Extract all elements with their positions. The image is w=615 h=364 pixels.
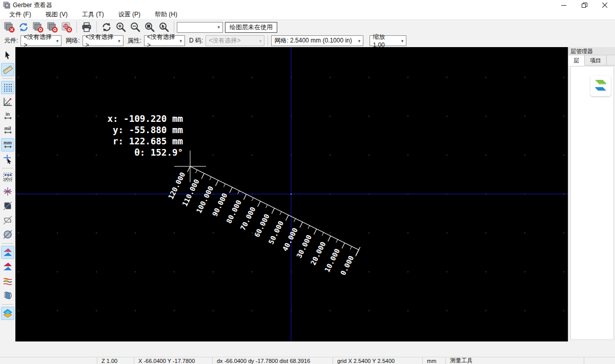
zoom-out-button[interactable] [129,20,142,34]
toolbar-separator [268,35,268,47]
flip-view-button[interactable] [1,289,14,302]
chevron-down-icon: ▾ [54,38,61,44]
status-grid: grid X 2.5400 Y 2.5400 [333,357,423,364]
measurement-readout-line: x: -109.220 mm [107,114,183,124]
redraw-view-button[interactable] [100,20,113,34]
svg-text:θ: θ [8,102,10,105]
component-filter-combo[interactable]: <没有选择>▾ [20,35,61,46]
left-toolbar: θr in⟷ mil⟷ mm⟷ [0,47,15,364]
polar-coordinates-button[interactable]: θr [1,95,14,109]
net-filter-combo[interactable]: <没有选择>▾ [83,35,124,46]
select-arrow-button[interactable] [1,49,14,62]
tab-layers[interactable]: 层 [568,55,585,66]
chevron-down-icon: ▾ [215,25,222,30]
sketch-flashed-items-button[interactable] [1,199,14,212]
open-excellon-file-button[interactable] [46,20,59,34]
cursor-shape-button[interactable] [1,153,14,166]
component-filter-label: 元件: [4,36,18,45]
dcode-filter-label: D 码: [189,36,203,45]
layer-manager-toggle-button[interactable] [1,307,14,320]
measurement-readout-line: θ: 152.9° [134,147,183,158]
grid-combo-value: 网格: 2.5400 mm (0.1000 in) [274,36,352,45]
main-toolbar: ▾ 绘图层未在使用 [0,20,615,34]
bottom-strip [0,341,615,357]
open-drill-file-button[interactable] [60,20,73,34]
net-filter-label: 网络: [66,36,79,45]
toolbar-separator [2,243,13,244]
print-button[interactable] [80,20,93,34]
show-footprints-button[interactable] [1,170,14,184]
restore-button[interactable] [574,0,594,10]
toolbar-separator [96,22,97,33]
attribute-filter-combo[interactable]: <没有选择>▾ [144,35,185,46]
measure-ruler-button[interactable] [1,63,14,76]
chevron-down-icon: ▾ [399,38,406,44]
zoom-combo[interactable]: 缩放 1.00▾ [370,35,406,46]
toolbar-separator [76,22,77,33]
grid-combo[interactable]: 网格: 2.5400 mm (0.1000 in)▾ [271,35,363,46]
active-layer-combo[interactable]: ▾ [177,22,223,33]
status-position: X -66.0400 Y -17.7800 [134,357,213,364]
gerber-viewer-window: Gerber 查看器 文件 (F)视图 (V)工具 (T)设置 (P)帮助 (H… [0,0,615,364]
layer-status-label: 绘图层未在使用 [225,22,277,33]
overlay-app-icon[interactable] [590,76,611,96]
status-zoom: Z 1.00 [97,357,134,364]
sketch-polygons-button[interactable] [1,228,14,241]
layer-list[interactable] [570,66,614,340]
dcode-filter-combo[interactable]: <没有选择>▾ [206,35,264,46]
app-icon [3,2,10,9]
chevron-down-icon: ▾ [356,38,363,44]
minimize-button[interactable] [554,0,574,10]
window-title: Gerber 查看器 [13,1,52,10]
menu-item-0[interactable]: 文件 (F) [4,10,36,20]
gerber-canvas-drawing: 120.000110.000100.00090.00080.00070.0006… [15,47,568,341]
menu-item-4[interactable]: 帮助 (H) [150,10,182,20]
measurement-readout-line: r: 122.685 mm [113,136,183,146]
reload-all-layers-button[interactable] [17,20,30,34]
measurement-readout-line: y: -55.880 mm [113,125,183,135]
titlebar: Gerber 查看器 [0,0,615,10]
menubar: 文件 (F)视图 (V)工具 (T)设置 (P)帮助 (H) [0,10,615,20]
grid-visibility-button[interactable] [1,81,14,94]
toolbar-separator [2,78,13,79]
dcode-filter-value: <没有选择> [209,36,240,45]
component-filter-value: <没有选择> [24,33,53,49]
attribute-filter-value: <没有选择> [147,33,177,49]
toolbar-separator [2,168,13,168]
zoom-combo-value: 缩放 1.00 [373,33,398,49]
zoom-in-button[interactable] [114,20,128,34]
high-contrast-mode-button[interactable] [1,274,14,288]
filter-toolbar: 元件: <没有选择>▾ 网络: <没有选择>▾ 属性: <没有选择>▾ D 码:… [0,34,615,48]
status-empty-2 [584,357,615,364]
sketch-lines-button[interactable] [1,213,14,227]
menu-item-2[interactable]: 工具 (T) [77,10,109,20]
close-button[interactable] [594,0,615,10]
zoom-selection-button[interactable] [157,20,171,34]
show-dcodes-button[interactable] [1,185,14,198]
attribute-filter-label: 属性: [128,36,141,45]
ghost-negative-objects-button[interactable] [1,246,14,259]
svg-text:r: r [5,98,7,102]
open-gerber-file-button[interactable] [31,20,45,34]
toolbar-separator [2,304,13,305]
status-empty [0,357,97,364]
status-units: mm [423,357,446,364]
units-mils-button[interactable]: mil⟷ [1,124,14,137]
units-millimeters-button[interactable]: mm⟷ [1,138,14,152]
units-inches-button[interactable]: in⟷ [1,110,14,123]
gerber-canvas[interactable]: 120.000110.000100.00090.00080.00070.0006… [15,47,568,341]
tab-items[interactable]: 项目 [585,55,607,65]
layer-manager-title: 层管理器 [568,47,615,55]
zoom-fit-button[interactable] [143,20,156,34]
menu-item-1[interactable]: 视图 (V) [40,10,73,20]
net-filter-value: <没有选择> [86,33,115,49]
toolbar-separator [174,22,174,33]
statusbar: Z 1.00X -66.0400 Y -17.7800dx -66.0400 d… [0,357,615,364]
menu-item-3[interactable]: 设置 (P) [113,10,146,20]
chevron-down-icon: ▾ [257,38,264,44]
clear-all-layers-button[interactable] [3,20,16,34]
diff-mode-button[interactable] [1,260,14,273]
status-delta: dx -66.0400 dy -17.7800 dist 68.3916 [213,357,333,364]
status-tool: 测量工具 [446,357,584,364]
chevron-down-icon: ▾ [177,38,185,44]
